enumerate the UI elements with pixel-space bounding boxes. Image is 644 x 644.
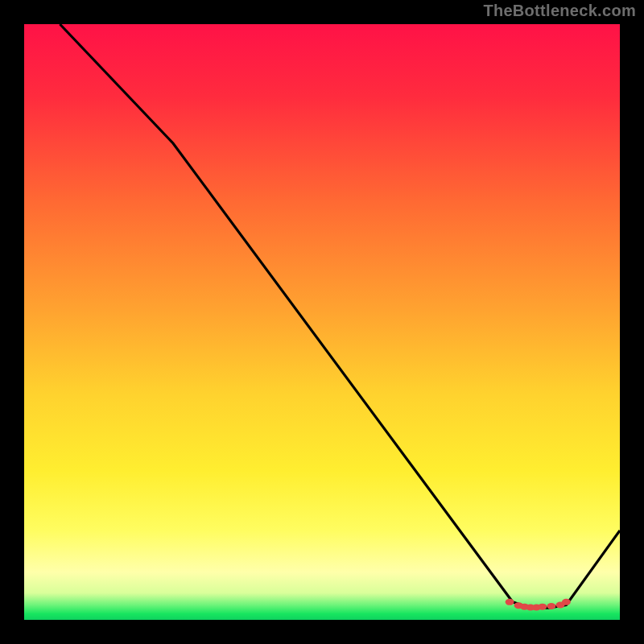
plot-area <box>24 24 620 620</box>
chart-line-layer <box>24 24 620 620</box>
root: TheBottleneck.com <box>0 0 644 644</box>
highlight-dot <box>506 599 514 605</box>
data-curve <box>60 24 620 608</box>
watermark-text: TheBottleneck.com <box>483 2 636 20</box>
highlight-dot <box>538 604 547 610</box>
highlight-dots <box>506 599 571 611</box>
highlight-dot <box>562 599 571 605</box>
highlight-dot <box>547 603 555 609</box>
